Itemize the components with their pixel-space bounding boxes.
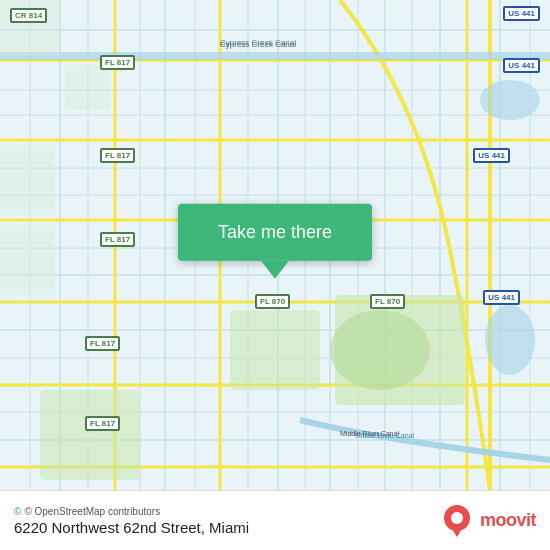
road-badge-cr814: CR 814 xyxy=(10,8,47,23)
bottom-left: © © OpenStreetMap contributors 6220 Nort… xyxy=(14,506,249,536)
road-badge-fl870-2: FL 870 xyxy=(370,294,405,309)
road-badge-fl817-4: FL 817 xyxy=(85,336,120,351)
road-badge-fl870-1: FL 870 xyxy=(255,294,290,309)
bottom-bar: © © OpenStreetMap contributors 6220 Nort… xyxy=(0,490,550,550)
road-badge-fl817-5: FL 817 xyxy=(85,416,120,431)
road-badge-fl817-1: FL 817 xyxy=(100,55,135,70)
map-container: CR 814 US 441 FL 817 US 441 FL 817 US 44… xyxy=(0,0,550,490)
road-badge-us441-3: US 441 xyxy=(473,148,510,163)
road-badge-fl817-2: FL 817 xyxy=(100,148,135,163)
svg-rect-57 xyxy=(230,310,320,390)
canal-label-cypress: Cypress Creek Canal xyxy=(220,38,296,47)
svg-rect-55 xyxy=(0,225,55,295)
moovit-logo: moovit xyxy=(439,503,536,539)
location-label: 6220 Northwest 62nd Street, Miami xyxy=(14,519,249,536)
svg-rect-47 xyxy=(0,52,550,60)
button-pointer xyxy=(261,261,289,279)
svg-point-59 xyxy=(451,512,463,524)
road-badge-us441-2: US 441 xyxy=(503,58,540,73)
copyright-icon: © xyxy=(14,506,21,517)
take-me-there-container: Take me there xyxy=(178,204,372,279)
svg-rect-56 xyxy=(40,390,140,480)
osm-text: © OpenStreetMap contributors xyxy=(24,506,160,517)
moovit-pin-icon xyxy=(439,503,475,539)
svg-rect-53 xyxy=(65,65,110,110)
take-me-there-button[interactable]: Take me there xyxy=(178,204,372,261)
svg-point-50 xyxy=(480,80,540,120)
svg-marker-60 xyxy=(451,527,463,537)
osm-attribution: © © OpenStreetMap contributors xyxy=(14,506,249,517)
road-badge-fl817-3: FL 817 xyxy=(100,232,135,247)
moovit-brand-text: moovit xyxy=(480,510,536,531)
road-badge-us441-top: US 441 xyxy=(503,6,540,21)
svg-point-49 xyxy=(330,310,430,390)
svg-rect-54 xyxy=(0,145,55,215)
road-badge-us441-4: US 441 xyxy=(483,290,520,305)
canal-label-middle: Middle River Canal xyxy=(355,432,414,439)
svg-point-51 xyxy=(485,305,535,375)
